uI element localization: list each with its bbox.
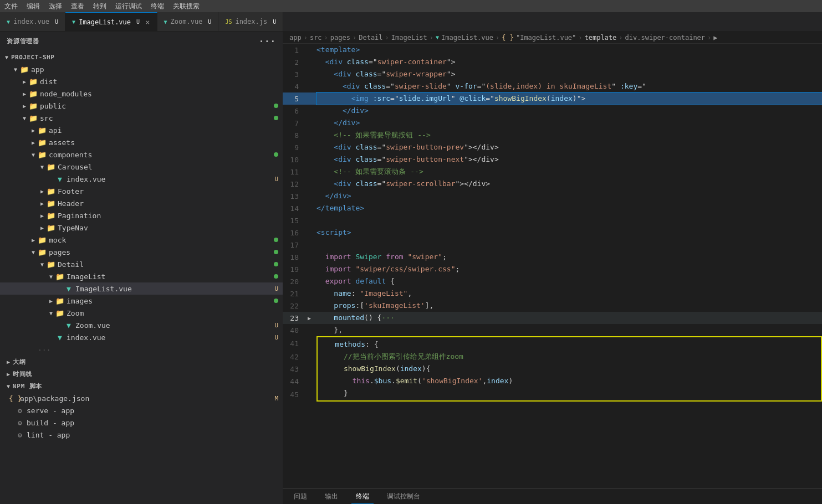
sidebar-item-node_modules[interactable]: ▶ 📁 node_modules — [0, 88, 283, 100]
tab-imagelist-vue[interactable]: ▼ ImageList.vue U × — [65, 12, 157, 31]
expand-arrow: ▼ — [2, 54, 11, 60]
tab-zoom-vue[interactable]: ▼ Zoom.vue U — [157, 12, 219, 31]
tab-index-vue[interactable]: ▼ index.vue U — [0, 12, 65, 31]
code-editor[interactable]: 1 <template> 2 <div class="swiper-contai… — [283, 44, 822, 488]
code-line: 7 </div> — [283, 117, 822, 129]
sidebar-item-imagelist-vue[interactable]: ▼ ImageList.vue U — [0, 282, 283, 295]
code-line: 10 <div class="swiper-button-next"></div… — [283, 153, 822, 166]
menu-item-edit[interactable]: 编辑 — [27, 2, 40, 11]
sidebar-item-detail[interactable]: ▼ 📁 Detail — [0, 258, 283, 270]
expand-arrow: ▼ — [20, 115, 29, 121]
sidebar-section-timeline[interactable]: ▶ 时间线 — [0, 368, 283, 380]
main-container: 资源管理器 ··· ▼ PROJECT-SHP ▼ 📁 app ▶ 📁 — [0, 32, 822, 504]
tab-index-js[interactable]: JS index.js U — [218, 12, 283, 31]
sidebar-more-button[interactable]: ··· — [259, 36, 276, 47]
sidebar-item-serve[interactable]: ⚙ serve - app — [0, 404, 283, 416]
expand-arrow: ▼ — [47, 310, 55, 316]
folder-label: images — [67, 297, 274, 305]
sidebar-item-zoom-vue[interactable]: ▼ Zoom.vue U — [0, 319, 283, 331]
expand-arrow: ▼ — [29, 152, 38, 158]
sidebar-item-components[interactable]: ▼ 📁 components — [0, 148, 283, 161]
sidebar-item-src[interactable]: ▼ 📁 src — [0, 112, 283, 124]
tab-label: index.js — [235, 18, 267, 25]
menu-item-terminal[interactable]: 终端 — [151, 2, 164, 11]
sidebar-section-npm[interactable]: ▼ NPM 脚本 — [0, 380, 283, 392]
sidebar-item-more: ··· — [0, 343, 283, 356]
sidebar-project-header[interactable]: ▼ PROJECT-SHP — [0, 51, 283, 63]
tab-bar: ▼ index.vue U ▼ ImageList.vue U × ▼ Zoom… — [0, 12, 822, 32]
code-line: 20 export default { — [283, 275, 822, 287]
menu-item-run[interactable]: 运行调试 — [115, 2, 142, 11]
code-line: 2 <div class="swiper-container"> — [283, 56, 822, 68]
folder-label: pages — [49, 248, 274, 256]
menu-item-view[interactable]: 查看 — [71, 2, 84, 11]
sidebar-item-images[interactable]: ▶ 📁 images — [0, 295, 283, 307]
sidebar-item-header[interactable]: ▶ 📁 Header — [0, 197, 283, 209]
sidebar-item-carousel[interactable]: ▼ 📁 Carousel — [0, 161, 283, 173]
expand-arrow: ▶ — [7, 359, 11, 365]
collapse-arrow[interactable]: ▶ — [308, 312, 316, 324]
script-label: lint - app — [27, 431, 283, 439]
code-line: 8 <!-- 如果需要导航按钮 --> — [283, 129, 822, 141]
menu-item-goto[interactable]: 转到 — [93, 2, 106, 11]
sidebar-item-pages-index-vue[interactable]: ▼ index.vue U — [0, 331, 283, 343]
modified-dot — [274, 274, 278, 279]
sidebar-item-assets[interactable]: ▶ 📁 assets — [0, 136, 283, 148]
folder-label: assets — [49, 138, 283, 147]
sidebar-item-pagination[interactable]: ▶ 📁 Pagination — [0, 209, 283, 222]
tab-label: ImageList.vue — [79, 18, 131, 26]
sidebar-item-footer[interactable]: ▶ 📁 Footer — [0, 185, 283, 197]
folder-icon: 📁 — [55, 309, 64, 317]
modified-dot — [274, 299, 278, 303]
expand-arrow: ▶ — [29, 127, 38, 133]
modified-dot — [274, 116, 278, 120]
vue-icon: ▼ — [64, 285, 73, 293]
folder-label: Pagination — [58, 212, 283, 220]
folder-icon: 📁 — [47, 187, 55, 196]
bc-arrow: ▶ — [713, 34, 717, 42]
panel-tab-problems[interactable]: 问题 — [289, 490, 312, 503]
sidebar-item-typenav[interactable]: ▶ 📁 TypeNav — [0, 222, 283, 234]
panel-tab-terminal[interactable]: 终端 — [351, 490, 374, 504]
folder-label: Detail — [58, 260, 274, 269]
sidebar-item-mock[interactable]: ▶ 📁 mock — [0, 234, 283, 246]
code-line: 16 <script> — [283, 227, 822, 239]
code-line: 15 — [283, 214, 822, 227]
gear-icon: ⚙ — [16, 407, 24, 415]
folder-icon: 📁 — [55, 272, 64, 281]
sidebar-item-carousel-index[interactable]: ▼ index.vue U — [0, 173, 283, 185]
bc-imagelist: ImageList — [391, 34, 427, 42]
folder-icon: 📁 — [29, 78, 38, 86]
sidebar-item-imagelist-folder[interactable]: ▼ 📁 ImageList — [0, 270, 283, 282]
sidebar-item-public[interactable]: ▶ 📁 public — [0, 100, 283, 112]
bc-file: ImageList.vue — [441, 34, 493, 42]
folder-label: Carousel — [58, 163, 283, 171]
menu-item-search[interactable]: 关联搜索 — [173, 2, 200, 11]
menu-item-file[interactable]: 文件 — [4, 2, 18, 11]
sidebar-item-zoom-folder[interactable]: ▼ 📁 Zoom — [0, 307, 283, 319]
expand-arrow: ▶ — [20, 79, 29, 85]
folder-label: ImageList — [67, 272, 274, 281]
folder-label: TypeNav — [58, 224, 283, 232]
sidebar-item-lint[interactable]: ⚙ lint - app — [0, 429, 283, 441]
sidebar-item-dist[interactable]: ▶ 📁 dist — [0, 75, 283, 88]
panel-tab-output[interactable]: 输出 — [320, 490, 343, 503]
code-line-methods-start: 41 methods: { — [283, 336, 822, 351]
folder-icon: 📁 — [38, 126, 47, 135]
sidebar-item-app[interactable]: ▼ 📁 app — [0, 63, 283, 75]
code-line: 17 — [283, 239, 822, 251]
code-lines: 1 <template> 2 <div class="swiper-contai… — [283, 44, 822, 402]
sidebar-item-package-json[interactable]: { } app\package.json M — [0, 392, 283, 404]
panel-tab-debug-console[interactable]: 调试控制台 — [382, 490, 425, 503]
expand-arrow: ▼ — [29, 249, 38, 255]
tab-close-button[interactable]: × — [145, 18, 150, 27]
sidebar: 资源管理器 ··· ▼ PROJECT-SHP ▼ 📁 app ▶ 📁 — [0, 32, 283, 504]
sidebar-section-outline[interactable]: ▶ 大纲 — [0, 356, 283, 368]
folder-label: src — [40, 114, 274, 122]
folder-label: api — [49, 126, 283, 135]
sidebar-item-build[interactable]: ⚙ build - app — [0, 416, 283, 429]
sidebar-item-api[interactable]: ▶ 📁 api — [0, 124, 283, 136]
sidebar-item-pages[interactable]: ▼ 📁 pages — [0, 246, 283, 258]
menu-item-select[interactable]: 选择 — [49, 2, 62, 11]
file-label: Zoom.vue — [75, 321, 274, 330]
